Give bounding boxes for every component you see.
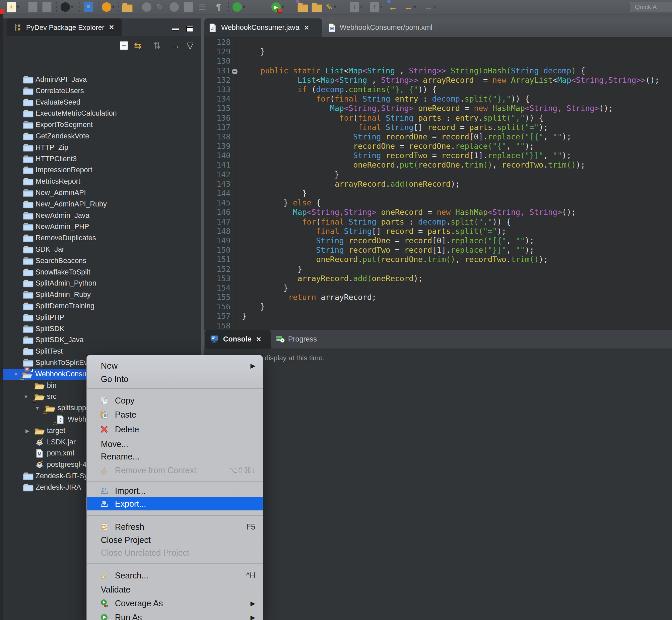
close-icon[interactable]: ×	[304, 23, 309, 33]
forward-icon-shape: →	[424, 2, 433, 12]
quick-access-box[interactable]: Quick A	[630, 2, 672, 12]
tree-item-snowflaketosplit[interactable]: SnowflakeToSplit	[3, 267, 201, 278]
code-token: String	[386, 114, 413, 122]
java-file-icon: J	[209, 23, 216, 32]
code-token: =	[395, 142, 409, 151]
tree-item-impressionreport[interactable]: ImpressionReport	[3, 164, 201, 176]
tree-item-new-adminapi-ruby[interactable]: New_AdminAPI_Ruby	[3, 199, 201, 210]
dropdown-caret-icon[interactable]: ▾	[71, 5, 73, 9]
menu-item-close-project[interactable]: Close Project	[87, 533, 263, 547]
menu-item-move-[interactable]: Move...	[87, 437, 263, 451]
dropdown-caret-icon[interactable]: ▾	[380, 5, 382, 9]
tree-item-newadmin-php[interactable]: NewAdmin_PHP	[3, 221, 201, 232]
tree-item-correlateusers[interactable]: CorrelateUsers	[3, 86, 201, 97]
pilcrow-icon[interactable]: ¶	[216, 1, 221, 13]
run-external-icon[interactable]: ▶▾	[271, 1, 284, 13]
tree-item-httpclient3[interactable]: HTTPClient3	[3, 154, 201, 165]
indent	[242, 170, 335, 179]
code-token: ].	[479, 133, 488, 141]
folderblue-icon	[23, 109, 34, 118]
tree-item-removeduplicates[interactable]: RemoveDuplicates	[3, 232, 201, 244]
console-view-icon[interactable]: ≡	[84, 1, 93, 13]
tree-item-searchbeacons[interactable]: SearchBeacons	[3, 255, 201, 267]
menu-item-export-[interactable]: Export...	[87, 497, 263, 510]
dropdown-caret-icon[interactable]: ▾	[243, 5, 245, 9]
debug-icon[interactable]: ▾	[232, 1, 245, 13]
tree-item-splitdemotraining[interactable]: SplitDemoTraining	[3, 301, 201, 312]
code-token: Map	[293, 208, 307, 216]
account-icon[interactable]: ▾	[61, 1, 73, 13]
folderblue-icon	[23, 472, 34, 480]
menu-item-validate[interactable]: Validate	[87, 583, 263, 596]
expander-open-icon[interactable]: ▼	[23, 394, 29, 400]
gutter-divider	[236, 142, 236, 151]
tree-item-http-zip[interactable]: HTTP_Zip	[3, 142, 201, 154]
tab-pom-xml[interactable]: M WebhookConsumer/pom.xml	[324, 18, 433, 37]
dropdown-caret-icon[interactable]: ▾	[17, 5, 19, 9]
tree-item-label: Zendesk-GIT-Sy	[36, 472, 88, 480]
dropdown-caret-icon[interactable]: ▾	[434, 5, 436, 9]
expander-open-icon[interactable]: ▼	[35, 405, 40, 411]
tree-item-metricsreport[interactable]: MetricsReport	[3, 176, 201, 187]
menu-item-rename-[interactable]: Rename...	[87, 450, 263, 463]
code-token: else	[293, 198, 311, 207]
menu-item-new[interactable]: New▶	[87, 359, 263, 372]
tab-console[interactable]: Console ×	[205, 330, 271, 349]
tree-item-newadmin-java[interactable]: NewAdmin_Java	[3, 210, 201, 221]
expander-closed-icon[interactable]: ▶	[25, 428, 30, 434]
fold-collapse-icon[interactable]: −	[232, 69, 237, 74]
last-edit-location-icon[interactable]: ←	[389, 1, 397, 13]
tree-item-getzendeskvote[interactable]: GetZendeskVote	[3, 131, 201, 142]
tree-item-exporttosegment[interactable]: ExportToSegment	[3, 119, 201, 131]
code-text: String recordOne = record[0].replace("[{…	[238, 133, 571, 141]
tree-item-label: bin	[47, 381, 57, 390]
tree-item-splitsdk-java[interactable]: SplitSDK_Java	[3, 334, 201, 346]
menu-item-copy[interactable]: Copy	[87, 394, 263, 407]
tree-item-sdk-jar[interactable]: SDK_Jar	[3, 244, 201, 255]
tree-item-adminapi-java[interactable]: AdminAPI_Java	[3, 74, 201, 86]
open-run-config-folder-icon[interactable]	[297, 1, 308, 13]
menu-item-search-[interactable]: Search...^H	[87, 569, 263, 582]
tree-item-splitphp[interactable]: SplitPHP	[3, 312, 201, 323]
tree-item-splitadmin-python[interactable]: SplitAdmin_Python	[3, 278, 201, 289]
dropdown-caret-icon[interactable]: ▾	[334, 5, 336, 9]
dropdown-caret-icon[interactable]: ▾	[360, 5, 362, 9]
menu-item-paste[interactable]: Paste	[87, 408, 263, 421]
tree-item-executemetriccalculation[interactable]: ExecuteMetricCalculation	[3, 108, 201, 119]
tab-progress[interactable]: Progress	[271, 330, 317, 349]
tree-item-new-adminapi[interactable]: New_AdminAPI	[3, 187, 201, 199]
code-token: ,	[367, 76, 381, 85]
open-task-folder-icon[interactable]	[122, 1, 133, 13]
code-line: 151 oneRecord.put(recordOne.trim(), reco…	[204, 255, 672, 264]
menu-item-refresh[interactable]: RefreshF5	[87, 520, 263, 533]
gutter-divider	[236, 179, 236, 189]
menu-item-import-[interactable]: Import...	[87, 484, 263, 497]
back-icon[interactable]: ←▾	[404, 1, 416, 13]
code-token: .	[460, 160, 465, 169]
dropdown-caret-icon[interactable]: ▾	[282, 5, 284, 9]
marker-pen-icon[interactable]: ✎▾	[326, 1, 336, 13]
code-token: <String, String>	[488, 208, 562, 216]
tree-item-splitadmin-ruby[interactable]: SplitAdmin_Ruby	[3, 289, 201, 301]
menu-item-delete[interactable]: Delete	[87, 423, 263, 436]
close-icon[interactable]: ×	[256, 334, 261, 344]
view-list-icon: ☰	[198, 1, 206, 13]
code-token: split(	[465, 95, 493, 103]
code-token: arrayRecord	[335, 179, 386, 188]
dropdown-caret-icon[interactable]: ▾	[112, 5, 114, 9]
code-token: <String, String>	[525, 104, 599, 113]
new-wizard-icon[interactable]: ✦▾	[7, 1, 19, 13]
tab-webhookconsumer-java[interactable]: J WebhookConsumer.java ×	[204, 18, 322, 37]
dropdown-caret-icon[interactable]: ▾	[414, 5, 416, 9]
task-icon[interactable]: ▾	[102, 1, 114, 13]
menu-item-coverage-as[interactable]: Coverage As▶	[87, 597, 263, 610]
clipboard-folder-icon[interactable]	[312, 1, 322, 13]
code-editor[interactable]: 128129 }130131− public static List<Map<S…	[204, 38, 672, 330]
expander-open-icon[interactable]: ▼	[13, 371, 18, 377]
code-line: 138 String recordOne = record[0].replace…	[204, 132, 672, 142]
menu-item-go-into[interactable]: Go Into	[87, 372, 263, 386]
tree-item-evaluateseed[interactable]: EvaluateSeed	[3, 97, 201, 108]
line-number: 137	[204, 123, 230, 132]
menu-item-run-as[interactable]: Run As▶	[87, 611, 263, 620]
tree-item-splitsdk[interactable]: SplitSDK	[3, 323, 201, 335]
